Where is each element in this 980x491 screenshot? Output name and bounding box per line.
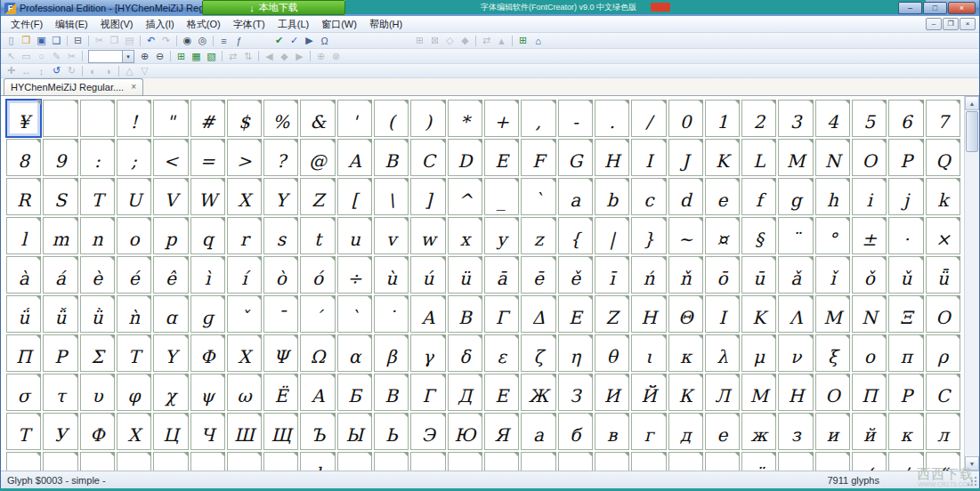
glyph-cell[interactable]: ē — [521, 256, 555, 294]
glyph-cell[interactable]: d — [668, 178, 703, 215]
glyph-cell[interactable]: | — [595, 217, 629, 254]
ellipse-tool-icon[interactable]: ○ — [34, 50, 49, 63]
glyph-cell[interactable]: Б — [337, 374, 372, 411]
glyph-cell[interactable]: B — [374, 139, 409, 176]
glyph-cell[interactable]: t — [300, 217, 335, 254]
sort-glyphs-icon[interactable]: ▲ — [494, 34, 509, 47]
glyph-cell[interactable]: ū — [741, 256, 776, 294]
glyph-cell[interactable]: к — [888, 413, 923, 450]
glyph-cell[interactable]: ɡ — [190, 295, 225, 333]
save-all-icon[interactable]: ❑ — [49, 34, 64, 47]
glyph-cell[interactable]: F — [521, 139, 555, 176]
glyph-cell[interactable]: Ζ — [595, 295, 629, 333]
glyph-cell[interactable]: м — [6, 452, 41, 471]
guidelines-icon[interactable]: ⌂ — [530, 34, 546, 47]
glyph-cell[interactable]: I — [631, 139, 666, 176]
glyph-cell[interactable]: ɑ — [153, 295, 188, 333]
glyph-cell[interactable]: и — [815, 413, 850, 450]
menu-item[interactable]: 插入(I) — [139, 16, 180, 33]
glyph-cell[interactable]: ü — [448, 256, 482, 294]
glyph-cell[interactable]: п — [117, 452, 151, 471]
glyph-cell[interactable]: Υ — [153, 334, 188, 372]
download-button[interactable]: ↓ 本地下载 — [202, 0, 345, 15]
glyph-cell[interactable]: [ — [337, 178, 372, 215]
align-right-icon[interactable]: ▶ — [292, 50, 307, 63]
glyph-cell[interactable]: α — [337, 334, 372, 372]
glyph-cell[interactable]: ǒ — [852, 256, 887, 294]
glyph-cell[interactable]: ǖ — [926, 256, 960, 294]
glyph-cell[interactable]: т — [227, 452, 262, 471]
find-glyph-icon[interactable]: ◎ — [195, 34, 210, 47]
glyph-cell[interactable]: ` — [521, 178, 555, 215]
glyph-cell[interactable]: Ъ — [300, 413, 335, 450]
test-font-icon[interactable]: ✔ — [271, 34, 287, 47]
glyph-cell[interactable]: Ф — [80, 413, 115, 450]
point-mode-icon[interactable]: ◑ — [101, 64, 116, 77]
glyph-cell[interactable]: λ — [705, 334, 740, 372]
glyph-cell[interactable]: ˉ — [263, 295, 298, 333]
glyph-cell[interactable]: + — [484, 100, 519, 137]
glyph-cell[interactable]: Л — [705, 374, 740, 411]
skew-icon[interactable]: △ — [122, 64, 137, 77]
glyph-cell[interactable]: $ — [227, 100, 262, 137]
glyph-cell[interactable]: ° — [815, 217, 850, 254]
glyph-cell[interactable]: ǚ — [43, 295, 77, 333]
glyph-cell[interactable]: ǘ — [6, 295, 41, 333]
glyph-cell[interactable]: Ж — [521, 374, 555, 411]
glyph-cell[interactable]: У — [43, 413, 77, 450]
glyph-cell[interactable]: à — [6, 256, 41, 294]
glyph-cell[interactable]: й — [852, 413, 887, 450]
glyph-cell[interactable]: с — [190, 452, 225, 471]
glyph-cell[interactable]: М — [741, 374, 776, 411]
glyph-cell[interactable]: Α — [410, 295, 445, 333]
glyph-cell[interactable]: Η — [631, 295, 666, 333]
intersect-contours-icon[interactable]: ⊗ — [328, 50, 344, 63]
glyph-cell[interactable]: ж — [741, 413, 776, 450]
glyph-cell[interactable]: ī — [595, 256, 629, 294]
glyph-cell[interactable]: С — [926, 374, 960, 411]
menu-item[interactable]: 窗口(W) — [315, 16, 363, 33]
insert-glyph-icon[interactable]: ⊞ — [412, 34, 427, 47]
glyph-cell[interactable]: ъ — [521, 452, 555, 471]
glyph-cell[interactable]: Ξ — [888, 295, 923, 333]
glyph-cell[interactable]: κ — [668, 334, 703, 372]
glyph-cell[interactable]: Q — [926, 139, 960, 176]
glyph-cell[interactable]: Ю — [448, 413, 482, 450]
glyph-cell[interactable]: & — [300, 100, 335, 137]
glyph-cell[interactable]: ¥ — [6, 100, 41, 137]
glyph-cell[interactable]: ы — [558, 452, 593, 471]
scrollbar-thumb[interactable] — [966, 111, 978, 152]
glyph-cell[interactable]: ú — [410, 256, 445, 294]
glyph-cell[interactable]: л — [926, 413, 960, 450]
glyph-cell[interactable]: В — [374, 374, 409, 411]
glyph-cell[interactable]: Ц — [153, 413, 188, 450]
glyph-cell[interactable]: ζ — [521, 334, 555, 372]
glyph-cell[interactable]: Ё — [263, 374, 298, 411]
glyph-cell[interactable]: ! — [117, 100, 151, 137]
glyph-cell[interactable]: C — [410, 139, 445, 176]
glyph-cell[interactable]: W — [190, 178, 225, 215]
glyph-cell[interactable]: } — [631, 217, 666, 254]
validate-icon[interactable]: ✓ — [287, 34, 302, 47]
glyph-cell[interactable]: р — [153, 452, 188, 471]
mdi-restore-button[interactable]: ❐ — [943, 18, 959, 30]
glyph-cell[interactable]: ω — [227, 374, 262, 411]
glyph-cell[interactable]: 8 — [6, 139, 41, 176]
menu-item[interactable]: 工具(L) — [271, 16, 315, 33]
glyph-cell[interactable]: Y — [263, 178, 298, 215]
glyph-cell[interactable]: Π — [6, 334, 41, 372]
glyph-cell[interactable]: 5 — [852, 100, 887, 137]
glyph-cell[interactable]: ˋ — [337, 295, 372, 333]
zoom-combobox[interactable]: ▾ — [88, 50, 134, 63]
glyph-cell[interactable]: Σ — [80, 334, 115, 372]
glyph-cell[interactable]: e — [705, 178, 740, 215]
rectangle-tool-icon[interactable]: ▭ — [19, 50, 34, 63]
preview-icon[interactable]: ▶ — [302, 34, 317, 47]
glyph-cell[interactable]: ) — [410, 100, 445, 137]
glyph-cell[interactable]: υ — [80, 374, 115, 411]
glyph-cell[interactable]: ā — [484, 256, 519, 294]
scroll-up-icon[interactable]: ▲ — [965, 96, 979, 110]
glyph-cell[interactable]: Ы — [337, 413, 372, 450]
transform-icon[interactable]: ◇ — [442, 34, 458, 47]
glyph-cell[interactable]: Ω — [300, 334, 335, 372]
